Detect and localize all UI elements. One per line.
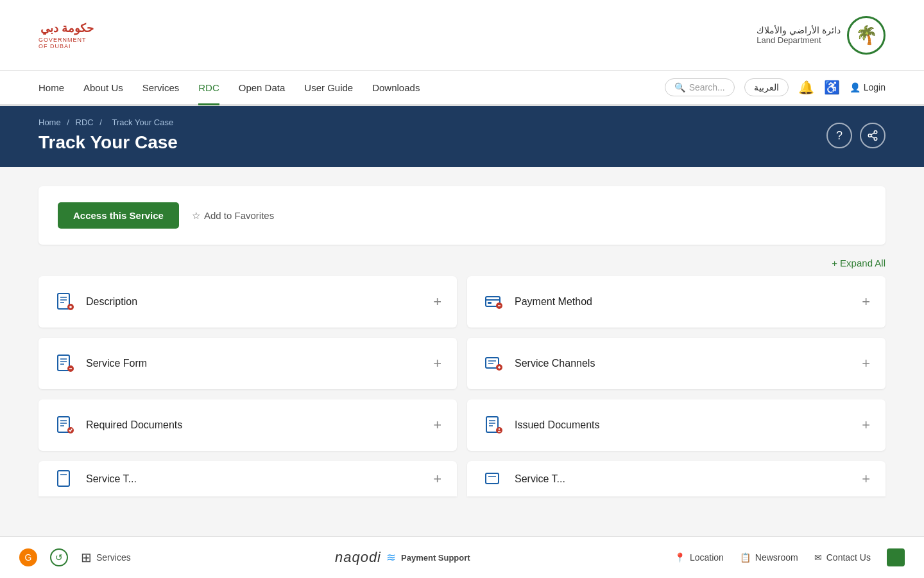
nav-rdc[interactable]: RDC	[198, 72, 219, 105]
bottom-refresh-icon[interactable]: ↺	[50, 548, 68, 566]
bell-icon[interactable]: 🔔	[798, 80, 814, 95]
required-expand[interactable]: +	[433, 417, 441, 434]
nav-userguide[interactable]: User Guide	[304, 72, 353, 105]
naqodi-logo: naqodi	[335, 549, 381, 566]
channels-icon	[483, 352, 506, 375]
location-label: Location	[690, 552, 724, 563]
required-docs-icon	[54, 414, 77, 437]
accordion-partial-right[interactable]: Service T... +	[467, 461, 886, 496]
access-service-button[interactable]: Access this Service	[58, 202, 179, 229]
share-icon-button[interactable]	[860, 123, 886, 148]
bottom-logo-circle[interactable]: G	[19, 548, 37, 566]
required-docs-label: Required Documents	[86, 419, 182, 431]
dept-text-block: دائرة الأراضي والأملاك Land Department	[757, 25, 841, 45]
accordion-payment[interactable]: Payment Method +	[467, 276, 886, 328]
grid-icon: ⊞	[81, 550, 92, 565]
bottom-services[interactable]: ⊞ Services	[81, 550, 131, 565]
favorites-label: Add to Favorites	[204, 210, 274, 221]
search-box[interactable]: 🔍 Search...	[665, 78, 735, 96]
dept-arabic: دائرة الأراضي والأملاك	[757, 25, 841, 35]
description-label: Description	[86, 296, 137, 308]
bottom-contact[interactable]: ✉ Contact Us	[814, 552, 871, 563]
bottom-right: 📍 Location 📋 Newsroom ✉ Contact Us	[674, 548, 905, 566]
partial-right-expand[interactable]: +	[862, 471, 870, 487]
breadcrumb-actions: ?	[826, 123, 886, 148]
partial-left-content: Service T...	[54, 468, 137, 491]
nav-opendata[interactable]: Open Data	[239, 72, 286, 105]
nav-about[interactable]: About Us	[83, 72, 123, 105]
location-icon: 📍	[674, 552, 685, 563]
main-nav: Home About Us Services RDC Open Data Use…	[0, 71, 924, 106]
partial-right-content: Service T...	[483, 468, 565, 491]
svg-rect-14	[488, 302, 492, 304]
bottom-newsroom[interactable]: 📋 Newsroom	[740, 552, 798, 563]
breadcrumb-current: Track Your Case	[112, 118, 174, 127]
accordion-service-channels[interactable]: Service Channels +	[467, 338, 886, 389]
action-card: Access this Service ☆ Add to Favorites	[38, 186, 886, 245]
palm-icon: 🌴	[855, 24, 878, 46]
help-icon-button[interactable]: ?	[826, 123, 852, 148]
services-label: Services	[96, 552, 131, 563]
contact-label: Contact Us	[826, 552, 871, 563]
accordion-required-left: Required Documents	[54, 414, 182, 437]
search-icon: 🔍	[674, 82, 685, 92]
channels-expand[interactable]: +	[862, 355, 870, 372]
arabic-toggle[interactable]: العربية	[744, 78, 789, 96]
main-content: Access this Service ☆ Add to Favorites +…	[0, 167, 924, 516]
partial-left-icon	[54, 468, 77, 491]
login-button[interactable]: 👤 Login	[850, 82, 886, 92]
partial-left-expand[interactable]: +	[433, 471, 441, 487]
description-icon	[54, 290, 77, 313]
payment-support-text: Payment Support	[401, 553, 470, 563]
dept-logo: دائرة الأراضي والأملاك Land Department 🌴	[757, 16, 886, 55]
accordion-partial-row: Service T... + Service T... +	[38, 461, 886, 496]
accordion-service-form[interactable]: Service Form +	[38, 338, 457, 389]
expand-all[interactable]: + Expand All	[38, 258, 886, 268]
svg-rect-41	[58, 471, 69, 486]
accessibility-icon[interactable]: ♿	[824, 80, 840, 95]
payment-icon	[483, 290, 506, 313]
add-favorites-button[interactable]: ☆ Add to Favorites	[192, 210, 274, 222]
service-form-expand[interactable]: +	[433, 355, 441, 372]
bottom-location[interactable]: 📍 Location	[674, 552, 724, 563]
search-placeholder: Search...	[689, 82, 725, 92]
top-nav: حكومة دبي GOVERNMENT OF DUBAI دائرة الأر…	[0, 0, 924, 71]
partial-right-icon	[483, 468, 506, 491]
breadcrumb-rdc[interactable]: RDC	[76, 118, 94, 127]
accordion-required-docs[interactable]: Required Documents +	[38, 399, 457, 451]
bottom-green-square[interactable]	[887, 548, 905, 566]
nav-services[interactable]: Services	[142, 72, 180, 105]
breadcrumb-sep1: /	[67, 118, 71, 127]
partial-left-label: Service T...	[86, 473, 137, 485]
issued-expand[interactable]: +	[862, 417, 870, 434]
bottom-bar: G ↺ ⊞ Services naqodi ≋ Payment Support …	[0, 536, 924, 578]
issued-docs-icon	[483, 414, 506, 437]
service-form-label: Service Form	[86, 358, 147, 369]
gov-dubai-logo: حكومة دبي GOVERNMENT OF DUBAI	[38, 13, 96, 58]
newsroom-icon: 📋	[740, 552, 751, 563]
accordion-grid: Description + Payment Method +	[38, 276, 886, 451]
nav-home[interactable]: Home	[38, 72, 64, 105]
bottom-center: naqodi ≋ Payment Support	[335, 549, 470, 566]
accordion-description[interactable]: Description +	[38, 276, 457, 328]
breadcrumb-banner: Home / RDC / Track Your Case Track Your …	[0, 106, 924, 167]
nav-downloads[interactable]: Downloads	[372, 72, 420, 105]
svg-rect-43	[486, 473, 499, 484]
page-title: Track Your Case	[38, 132, 178, 153]
accordion-service-form-left: Service Form	[54, 352, 147, 375]
palm-logo: 🌴	[847, 16, 886, 55]
payment-expand[interactable]: +	[862, 293, 870, 310]
payment-label: Payment Method	[515, 296, 592, 308]
naqodi-wave-icon: ≋	[386, 550, 396, 565]
star-icon: ☆	[192, 210, 200, 222]
accordion-partial-left[interactable]: Service T... +	[38, 461, 457, 496]
accordion-payment-left: Payment Method	[483, 290, 592, 313]
accordion-issued-docs[interactable]: Issued Documents +	[467, 399, 886, 451]
gov-arabic-text: حكومة دبي	[40, 21, 94, 35]
newsroom-label: Newsroom	[755, 552, 798, 563]
breadcrumb-home[interactable]: Home	[38, 118, 61, 127]
issued-docs-label: Issued Documents	[515, 419, 600, 431]
service-form-icon	[54, 352, 77, 375]
description-expand[interactable]: +	[433, 293, 441, 310]
breadcrumb-sep2: /	[99, 118, 104, 127]
